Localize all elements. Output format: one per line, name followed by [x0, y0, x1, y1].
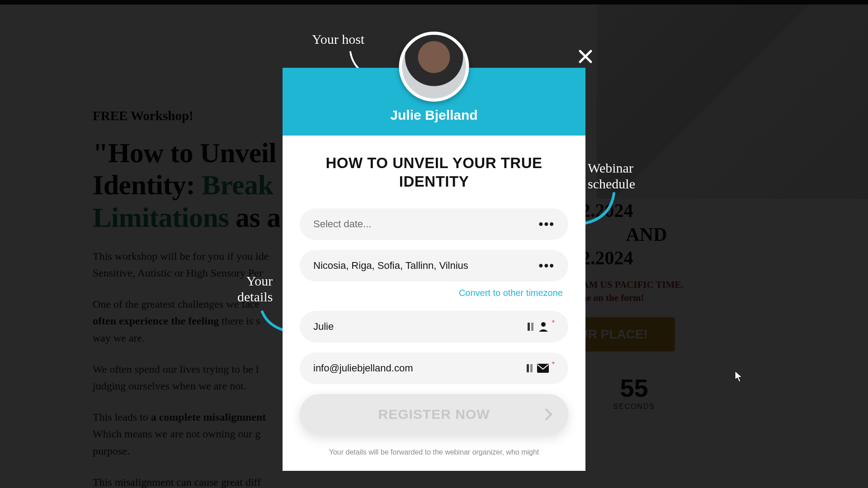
timezone-value: Nicosia, Riga, Sofia, Tallinn, Vilnius — [313, 260, 468, 272]
svg-rect-5 — [537, 364, 549, 373]
host-name: Julie Bjelland — [283, 108, 585, 123]
svg-rect-4 — [530, 364, 533, 372]
close-button[interactable] — [576, 47, 595, 66]
svg-rect-0 — [528, 323, 530, 331]
mail-icon — [537, 363, 549, 373]
svg-rect-3 — [527, 364, 529, 372]
host-avatar — [399, 32, 469, 102]
svg-rect-1 — [531, 323, 533, 331]
name-field[interactable]: Julie * — [300, 311, 568, 343]
autofill-icon — [527, 322, 535, 332]
chevron-right-icon — [545, 408, 553, 421]
registration-modal: Julie Bjelland HOW TO UNVEIL YOUR TRUE I… — [283, 29, 585, 471]
mouse-cursor-icon — [735, 371, 743, 382]
svg-point-2 — [541, 322, 546, 327]
more-icon: ••• — [539, 221, 555, 227]
name-value: Julie — [313, 321, 334, 333]
convert-timezone-link[interactable]: Convert to other timezone — [296, 288, 563, 298]
privacy-footer: Your details will be forwarded to the we… — [296, 447, 572, 457]
date-select-placeholder: Select date... — [313, 218, 371, 230]
email-field[interactable]: info@juliebjelland.com * — [300, 352, 568, 384]
modal-title: HOW TO UNVEIL YOUR TRUE IDENTITY — [296, 154, 572, 191]
register-button[interactable]: REGISTER NOW — [300, 394, 568, 435]
autofill-icon — [526, 363, 534, 373]
email-value: info@juliebjelland.com — [313, 362, 413, 374]
person-icon — [538, 321, 549, 333]
date-select[interactable]: Select date... ••• — [300, 208, 568, 240]
timezone-select[interactable]: Nicosia, Riga, Sofia, Tallinn, Vilnius •… — [300, 250, 568, 282]
more-icon: ••• — [539, 263, 555, 269]
